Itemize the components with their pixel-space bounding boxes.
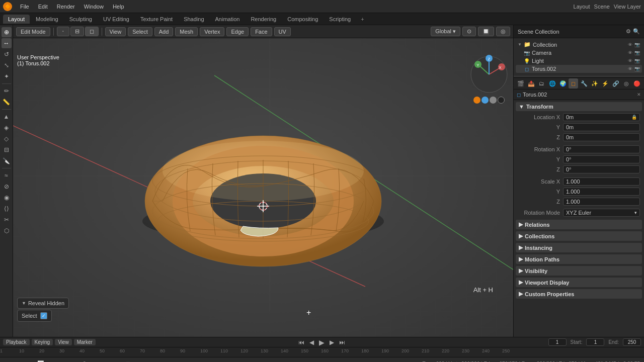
rotate-tool[interactable]: ↺: [2, 49, 12, 59]
rotation-x-value[interactable]: 0°: [563, 145, 640, 153]
cursor-tool[interactable]: ⊕: [2, 27, 12, 37]
shrink-fatten-tool[interactable]: ◉: [2, 193, 12, 203]
scale-x-value[interactable]: 1.000: [563, 177, 640, 186]
mesh-menu[interactable]: Mesh: [175, 27, 198, 36]
tab-rendering[interactable]: Rendering: [246, 15, 281, 24]
box-select-item[interactable]: ⬜ Box Select: [35, 359, 75, 362]
relations-header[interactable]: ▶ Relations: [516, 220, 642, 229]
next-frame-button[interactable]: ▶: [328, 339, 336, 346]
navigation-gizmo[interactable]: X Y Z: [469, 54, 509, 95]
loop-cut-tool[interactable]: ⊟: [2, 145, 12, 155]
viewport-3d[interactable]: Edit Mode ⬝ ⊟ ◻ View Select Add Mesh Ver…: [13, 25, 513, 337]
tab-compositing[interactable]: Compositing: [282, 15, 323, 24]
object-props-icon[interactable]: ◻: [569, 78, 578, 88]
transform-tool[interactable]: ✦: [2, 71, 12, 81]
start-frame-input[interactable]: 1: [586, 338, 604, 346]
edge-slide-tool[interactable]: ⊘: [2, 182, 12, 192]
menu-render[interactable]: Render: [53, 3, 79, 11]
search-outliner-icon[interactable]: 🔍: [633, 28, 640, 35]
marker-dropdown[interactable]: Marker: [74, 339, 96, 345]
play-button[interactable]: ▶: [317, 338, 326, 346]
shading-btn-2[interactable]: [481, 97, 489, 104]
output-props-icon[interactable]: 📤: [526, 78, 536, 88]
torus-vis-icon[interactable]: 👁: [628, 66, 632, 71]
collection-vis-icon[interactable]: 👁: [628, 42, 632, 47]
modifier-props-icon[interactable]: 🔧: [579, 78, 589, 88]
rotate-view-item[interactable]: ↺ Rotate View: [78, 359, 119, 362]
bevel-tool[interactable]: ◇: [2, 134, 12, 144]
push-pull-tool[interactable]: ⬡: [2, 226, 12, 236]
uv-menu[interactable]: UV: [274, 27, 291, 36]
jump-end-button[interactable]: ⏭: [338, 339, 347, 346]
menu-file[interactable]: File: [16, 3, 33, 11]
tab-sculpting[interactable]: Sculpting: [64, 15, 97, 24]
torus-render-icon[interactable]: 📷: [634, 66, 640, 71]
transform-header[interactable]: ▼ Transform: [516, 102, 642, 111]
view-menu[interactable]: View: [105, 27, 126, 36]
view-layer-props-icon[interactable]: 🗂: [537, 78, 546, 88]
keying-dropdown[interactable]: Keying: [32, 339, 53, 345]
scale-z-value[interactable]: 1.000: [563, 198, 640, 206]
instancing-header[interactable]: ▶ Instancing: [516, 243, 642, 252]
camera-vis-icon[interactable]: 👁: [628, 50, 632, 55]
collections-header[interactable]: ▶ Collections: [516, 231, 642, 241]
end-frame-input[interactable]: 250: [623, 338, 641, 346]
world-props-icon[interactable]: 🌍: [558, 78, 568, 88]
particles-props-icon[interactable]: ✨: [590, 78, 600, 88]
location-y-value[interactable]: 0m: [563, 123, 640, 131]
visibility-header[interactable]: ▶ Visibility: [516, 266, 642, 276]
collection-render-icon[interactable]: 📷: [634, 42, 640, 47]
sc-light-item[interactable]: 💡 Light 👁 📷: [516, 57, 642, 65]
tab-shading[interactable]: Shading: [179, 15, 209, 24]
menu-window[interactable]: Window: [80, 3, 108, 11]
rotation-z-value[interactable]: 0°: [563, 165, 640, 173]
sc-torus-item[interactable]: ◻ Torus.002 👁 📷: [516, 65, 642, 73]
extrude-tool[interactable]: ▲: [2, 112, 12, 122]
scene-props-icon[interactable]: 🌐: [547, 78, 557, 88]
select-menu[interactable]: Select: [128, 27, 152, 36]
prev-frame-button[interactable]: ◀: [308, 339, 315, 346]
shading-btn-3[interactable]: [490, 97, 497, 104]
playback-dropdown[interactable]: Playback: [3, 339, 30, 345]
annotate-tool[interactable]: ✏: [2, 86, 12, 96]
physics-props-icon[interactable]: ⚡: [601, 78, 610, 88]
constraints-props-icon[interactable]: 🔗: [611, 78, 621, 88]
view-dropdown[interactable]: View: [55, 339, 72, 345]
sc-camera-item[interactable]: 📷 Camera 👁 📷: [516, 49, 642, 57]
timeline-ruler[interactable]: 1 10 20 30 40 50 60 70 80 90 100 110 120…: [0, 347, 644, 357]
select-checkbox[interactable]: ✓: [40, 312, 47, 319]
proportional-edit[interactable]: ◎: [496, 27, 510, 36]
add-menu[interactable]: Add: [154, 27, 174, 36]
shading-btn-1[interactable]: [473, 97, 480, 104]
snap-toggle[interactable]: 🔲: [478, 27, 494, 36]
sc-collection-item[interactable]: ▼ 📁 Collection 👁 📷: [516, 40, 642, 49]
rotation-y-value[interactable]: 0°: [563, 155, 640, 163]
inset-tool[interactable]: ◈: [2, 123, 12, 133]
call-menu-item[interactable]: ⊞ Call Menu: [123, 359, 159, 362]
location-x-value[interactable]: 0m 🔒: [563, 113, 640, 121]
light-vis-icon[interactable]: 👁: [628, 58, 632, 63]
shading-btn-4[interactable]: [498, 97, 505, 104]
filter-icon[interactable]: ⚙: [626, 28, 631, 35]
rip-tool[interactable]: ✂: [2, 215, 12, 225]
menu-help[interactable]: Help: [109, 3, 128, 11]
edit-mode-dropdown[interactable]: Edit Mode: [16, 27, 50, 36]
scale-tool[interactable]: ⤡: [2, 60, 12, 70]
viewport-canvas[interactable]: User Perspective (1) Torus.002 X Y Z: [13, 38, 513, 324]
jump-start-button[interactable]: ⏮: [297, 339, 306, 346]
scale-y-value[interactable]: 1.000: [563, 188, 640, 196]
viewport-display-header[interactable]: ▶ Viewport Display: [516, 278, 642, 287]
measure-tool[interactable]: 📏: [2, 97, 12, 107]
vertex-select[interactable]: ⬝: [57, 27, 69, 36]
knife-tool[interactable]: 🔪: [2, 156, 12, 166]
smooth-tool[interactable]: ≈: [2, 170, 12, 180]
face-menu[interactable]: Face: [251, 27, 272, 36]
edge-menu[interactable]: Edge: [226, 27, 249, 36]
shear-tool[interactable]: ⟨⟩: [2, 204, 12, 214]
move-tool[interactable]: ↔: [2, 38, 12, 48]
tab-modeling[interactable]: Modeling: [31, 15, 63, 24]
transform-pivot[interactable]: ⊙: [462, 27, 476, 36]
tab-layout[interactable]: Layout: [3, 15, 30, 24]
menu-edit[interactable]: Edit: [34, 3, 52, 11]
camera-render-icon[interactable]: 📷: [634, 50, 640, 55]
